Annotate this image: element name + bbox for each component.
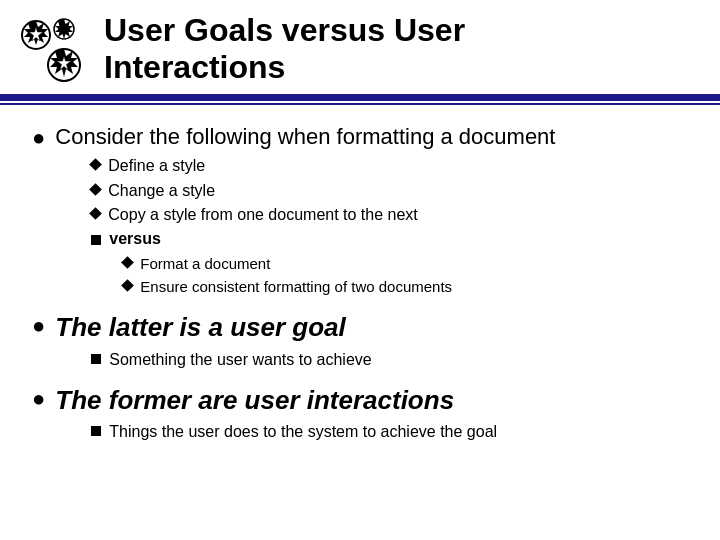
diamond-icon [89, 207, 102, 220]
list-item: ● The former are user interactions Thing… [32, 384, 688, 448]
square-bullet [91, 235, 101, 245]
sub-item-text: Things the user does to the system to ac… [109, 421, 497, 443]
title-line2: Interactions [104, 49, 285, 85]
logo-icon [16, 15, 88, 83]
item1-text: Consider the following when formatting a… [55, 123, 555, 152]
square-bullet [91, 426, 101, 436]
header: User Goals versus User Interactions [0, 0, 720, 97]
sub-item-text: Define a style [108, 155, 205, 177]
diamond-icon [121, 256, 134, 269]
list-item: Define a style [91, 155, 555, 177]
sub-item-text: Change a style [108, 180, 215, 202]
list-item: Copy a style from one document to the ne… [91, 204, 555, 226]
square-bullet [91, 354, 101, 364]
list-item: Something the user wants to achieve [91, 349, 371, 371]
diamond-icon [121, 279, 134, 292]
sub-item-text: Something the user wants to achieve [109, 349, 371, 371]
content-area: ● Consider the following when formatting… [0, 105, 720, 540]
slide: User Goals versus User Interactions ● Co… [0, 0, 720, 540]
bullet-l1: ● [32, 313, 45, 339]
sub-list-1: Define a style Change a style Copy a sty… [91, 155, 555, 226]
versus-sub-item: Format a document [140, 253, 270, 274]
diamond-icon [89, 183, 102, 196]
list-item: ● Consider the following when formatting… [32, 123, 688, 302]
sub-list-2: Something the user wants to achieve [91, 349, 371, 371]
title-line1: User Goals versus User [104, 12, 465, 48]
slide-title: User Goals versus User Interactions [104, 12, 700, 86]
item2-text: The latter is a user goal [55, 311, 371, 345]
versus-label: versus [109, 230, 161, 248]
versus-sub-item: Ensure consistent formatting of two docu… [140, 276, 452, 297]
sub-list-3: Things the user does to the system to ac… [91, 421, 497, 443]
sub-item-text: Copy a style from one document to the ne… [108, 204, 418, 226]
list-item: Change a style [91, 180, 555, 202]
list-item: versus [91, 230, 555, 250]
versus-block: versus Format a document Ensure consiste… [91, 230, 555, 297]
divider-thick [0, 97, 720, 101]
title-block: User Goals versus User Interactions [104, 12, 700, 86]
list-item: Ensure consistent formatting of two docu… [123, 276, 555, 297]
bullet-l1: ● [32, 125, 45, 151]
list-item: ● The latter is a user goal Something th… [32, 311, 688, 375]
list-item: Things the user does to the system to ac… [91, 421, 497, 443]
list-item: Format a document [123, 253, 555, 274]
versus-sub-list: Format a document Ensure consistent form… [123, 253, 555, 297]
diamond-icon [89, 158, 102, 171]
bullet-l1: ● [32, 386, 45, 412]
item3-text: The former are user interactions [55, 384, 497, 418]
